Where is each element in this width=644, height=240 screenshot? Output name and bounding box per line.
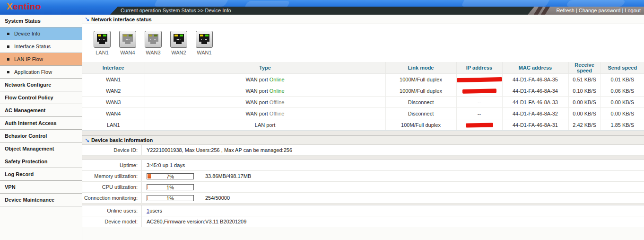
cell-ip-address	[456, 119, 502, 131]
device-info-label: Device ID:	[82, 145, 142, 155]
type-text: WAN port	[246, 111, 270, 116]
port-status-wan4: WAN4	[118, 31, 137, 59]
device-info-label: Connection monitoring:	[82, 193, 142, 203]
sidebar-item-label: Object Management	[5, 146, 54, 151]
sidebar-item-object-management[interactable]: Object Management	[0, 142, 82, 155]
ethernet-port-icon	[94, 31, 111, 48]
bullet-icon	[7, 45, 9, 48]
port-label: WAN1	[195, 50, 214, 55]
rj45-jack-tab	[176, 42, 182, 44]
ethernet-port-icon	[119, 31, 136, 48]
cell-link-mode: 100M/Full duplex	[385, 119, 456, 131]
port-led-right	[154, 35, 157, 36]
sidebar-item-vpn[interactable]: VPN	[0, 181, 82, 194]
cell-link-mode: Disconnect	[385, 108, 456, 119]
sidebar-item-auth-internet-access[interactable]: Auth Internet Access	[0, 117, 82, 130]
column-header-interface: Interface	[82, 62, 145, 74]
sidebar-item-label: LAN IP Flow	[14, 56, 43, 62]
cell-link-mode: 1000M/Full duplex	[385, 74, 456, 85]
rj45-jack-tab	[99, 42, 105, 44]
device-info-value: 7%33.86MB/498.17MB	[142, 171, 251, 181]
sidebar-item-flow-control-policy[interactable]: Flow Control Policy	[0, 91, 82, 104]
type-text: LAN port	[255, 122, 275, 128]
table-row-wan4: WAN4WAN port OfflineDisconnect--44-D1-FA…	[82, 108, 644, 119]
cell-type: WAN port Offline	[145, 97, 385, 108]
top-links: Refresh|Change password|Logout	[556, 7, 641, 15]
content-area: ➘ Network interface status LAN1WAN4WAN3W…	[82, 15, 644, 240]
device-info-panel: Device ID:Y22210001938, Max Users:256 , …	[82, 145, 644, 227]
cell-mac-address: 44-D1-FA-46-8A-32	[502, 108, 568, 119]
cell-send-speed: 1.85 KB/S	[600, 119, 644, 131]
port-label: WAN4	[118, 50, 137, 55]
cell-link-mode: 1000M/Full duplex	[385, 85, 456, 97]
type-text: WAN port	[245, 88, 269, 94]
cell-interface: WAN1	[82, 74, 145, 85]
column-header-receive-speed: Receive speed	[568, 62, 600, 74]
port-led-right	[103, 35, 106, 36]
table-row-lan1: LAN1LAN port100M/Full duplex44-D1-FA-46-…	[82, 119, 644, 131]
sidebar-item-application-flow[interactable]: Application Flow	[0, 66, 82, 79]
sidebar-item-label: System Status	[5, 18, 41, 24]
cell-receive-speed: 0.00 KB/S	[568, 108, 600, 119]
section-title-network-interface: ➘ Network interface status	[82, 15, 644, 24]
sidebar-item-device-maintenance[interactable]: Device Maintenance	[0, 194, 82, 206]
sidebar-item-label: Log Record	[5, 171, 34, 177]
device-info-row: Memory utilization:7%33.86MB/498.17MB	[82, 171, 644, 182]
sidebar-item-log-record[interactable]: Log Record	[0, 168, 82, 181]
topbar-decoration	[154, 0, 230, 7]
top-link-logout[interactable]: Logout	[625, 8, 641, 13]
cell-ip-address: --	[456, 108, 502, 119]
device-info-text: 3:45:0 up 1 days	[147, 162, 185, 168]
cell-interface: WAN3	[82, 97, 145, 108]
device-info-value: 1%254/50000	[142, 193, 230, 203]
sidebar-item-safety-protection[interactable]: Safety Protection	[0, 155, 82, 168]
device-info-label: Memory utilization:	[82, 171, 142, 181]
device-info-row: Connection monitoring:1%254/50000	[82, 193, 644, 204]
progress-bar-percent: 7%	[147, 174, 193, 180]
cell-type: WAN port Offline	[145, 108, 385, 119]
cell-type: WAN port Online	[145, 74, 385, 85]
port-status-row: LAN1WAN4WAN3WAN2WAN1	[82, 24, 644, 62]
port-led-left	[98, 35, 101, 36]
column-header-send-speed: Send speed	[600, 62, 644, 74]
cell-ip-address	[456, 85, 502, 97]
sidebar-item-ac-management[interactable]: AC Management	[0, 104, 82, 117]
utilization-progress-bar: 1%	[147, 195, 194, 201]
sidebar-item-device-info[interactable]: Device Info	[0, 27, 82, 40]
ip-redaction-mark	[462, 89, 496, 94]
rj45-pins	[125, 39, 131, 40]
section-gap	[82, 131, 644, 135]
ethernet-port-icon	[170, 31, 187, 48]
sidebar-item-label: Network Configure	[5, 82, 51, 88]
bullet-icon	[7, 58, 9, 61]
sidebar-item-label: Behavior Control	[5, 133, 47, 139]
topbar-decoration	[461, 0, 551, 7]
section-title-text: Network interface status	[91, 17, 152, 22]
bullet-icon	[7, 71, 9, 73]
sidebar-item-system-status[interactable]: System Status	[0, 15, 82, 27]
ip-redaction-mark	[465, 123, 493, 127]
port-led-left	[149, 35, 152, 36]
top-link-change-password[interactable]: Change password	[579, 8, 621, 13]
device-info-text: Y22210001938, Max Users:256 , Max AP can…	[147, 147, 292, 153]
port-status-lan1: LAN1	[93, 31, 112, 59]
sidebar-item-lan-ip-flow[interactable]: LAN IP Flow	[0, 53, 82, 66]
port-label: WAN3	[144, 50, 163, 55]
cell-link-mode: Disconnect	[385, 97, 456, 108]
sidebar-item-label: Device Info	[14, 31, 40, 36]
sidebar-item-network-configure[interactable]: Network Configure	[0, 79, 82, 91]
cell-receive-speed: 0.51 KB/S	[568, 74, 600, 85]
top-link-separator: |	[620, 8, 625, 13]
online-users-suffix: users	[149, 208, 162, 213]
sidebar-item-interface-status[interactable]: Interface Status	[0, 40, 82, 53]
top-link-refresh[interactable]: Refresh	[556, 8, 574, 13]
cell-type: LAN port	[145, 119, 385, 131]
sidebar-item-label: Device Maintenance	[5, 197, 54, 203]
rj45-jack-tab	[150, 42, 156, 44]
device-info-row: Online users:1 users	[82, 205, 644, 216]
device-info-row: Uptime:3:45:0 up 1 days	[82, 160, 644, 171]
column-header-type: Type	[145, 62, 385, 74]
device-info-value: 1%	[142, 182, 194, 192]
topbar-right-strip: Refresh|Change password|Logout	[522, 7, 644, 15]
sidebar-item-behavior-control[interactable]: Behavior Control	[0, 130, 82, 142]
